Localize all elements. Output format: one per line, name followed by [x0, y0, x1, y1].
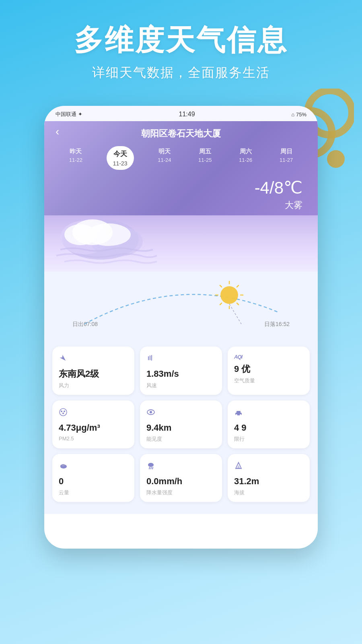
rain-value: 0.0mm/h	[146, 476, 216, 487]
svg-line-39	[152, 467, 153, 469]
hero-section: 多维度天气信息 详细天气数据，全面服务生活	[0, 0, 362, 94]
svg-rect-21	[150, 355, 150, 360]
altitude-icon	[234, 461, 303, 472]
svg-point-35	[62, 464, 65, 466]
time: 11:49	[179, 111, 195, 118]
aqi-label: 空气质量	[234, 377, 303, 384]
back-button[interactable]: ‹	[56, 125, 59, 138]
wind-direction-icon	[59, 354, 128, 365]
svg-rect-30	[237, 411, 241, 413]
day-item-saturday[interactable]: 周六 11-26	[236, 146, 255, 170]
sun-arc-section: 日出07:08 日落16:52	[44, 272, 318, 340]
temperature-display: -4/8℃ 大雾	[56, 178, 306, 215]
pm25-value: 4.73μg/m³	[59, 423, 128, 433]
svg-point-31	[236, 414, 237, 416]
cloud-value: 0	[59, 476, 128, 487]
svg-marker-19	[60, 355, 67, 362]
altitude-value: 31.2m	[234, 476, 303, 487]
location-title: 朝阳区卷石天地大厦	[56, 128, 306, 140]
hero-title: 多维度天气信息	[20, 24, 342, 56]
svg-point-28	[150, 411, 152, 413]
visibility-value: 9.4km	[146, 423, 216, 433]
battery: ⌂ 75%	[292, 111, 306, 118]
svg-point-26	[62, 413, 64, 414]
svg-line-13	[237, 303, 239, 305]
info-grid: 东南风2级 风力 1.83m/s 风速 AQI 9 优 空气质量	[44, 340, 318, 514]
wind-speed-value: 1.83m/s	[146, 369, 216, 379]
svg-point-8	[64, 224, 97, 245]
aqi-icon: AQI	[234, 354, 303, 360]
status-bar: 中国联通 ✦ 11:49 ⌂ 75%	[44, 106, 318, 121]
day-item-today[interactable]: 今天 11-23	[107, 146, 134, 170]
weather-header: ‹ 朝阳区卷石天地大厦 昨天 11-22 今天 11-23 明天 11-24 周…	[44, 121, 318, 215]
sunrise-label: 日出07:08	[72, 321, 98, 328]
day-selector: 昨天 11-22 今天 11-23 明天 11-24 周五 11-25 周六 1…	[56, 146, 306, 170]
fog-area	[44, 215, 318, 272]
pm25-card: 4.73μg/m³ PM2.5	[52, 400, 134, 448]
traffic-icon	[234, 408, 303, 419]
svg-rect-22	[151, 355, 152, 361]
svg-rect-20	[148, 356, 149, 360]
sun-arc-container: 日出07:08 日落16:52	[56, 280, 306, 332]
visibility-icon	[146, 408, 216, 419]
rain-label: 降水量强度	[146, 489, 216, 496]
rain-card: 0.0mm/h 降水量强度	[140, 454, 222, 502]
cloud-card: 0 云量	[52, 454, 134, 502]
day-item-tomorrow[interactable]: 明天 11-24	[154, 146, 174, 170]
carrier: 中国联通 ✦	[56, 111, 82, 118]
svg-line-37	[149, 467, 150, 469]
rain-icon	[146, 461, 216, 472]
pm25-label: PM2.5	[59, 436, 128, 442]
svg-point-23	[60, 409, 67, 416]
wind-direction-label: 风力	[59, 382, 128, 389]
svg-point-24	[61, 411, 62, 412]
visibility-label: 能见度	[146, 436, 216, 443]
traffic-value: 4 9	[234, 423, 303, 433]
aqi-value: 9 优	[234, 364, 303, 374]
pm25-icon	[59, 408, 128, 419]
temperature-value: -4/8℃	[56, 178, 302, 198]
cloud-icon	[52, 215, 157, 268]
svg-line-18	[229, 304, 241, 324]
traffic-card: 4 9 限行	[228, 400, 310, 448]
svg-point-32	[240, 414, 241, 416]
svg-point-36	[148, 463, 154, 467]
cloud-card-icon	[59, 461, 128, 472]
svg-point-2	[327, 150, 345, 168]
day-item-sunday[interactable]: 周日 11-27	[276, 146, 296, 170]
wind-speed-card: 1.83m/s 风速	[140, 347, 222, 394]
svg-line-17	[220, 285, 222, 287]
sunset-label: 日落16:52	[264, 321, 290, 328]
svg-line-11	[237, 285, 239, 287]
svg-line-38	[151, 467, 151, 469]
wind-speed-icon	[146, 354, 216, 365]
phone-frame: 中国联通 ✦ 11:49 ⌂ 75% ‹ 朝阳区卷石天地大厦 昨天 11-22 …	[44, 106, 318, 549]
svg-line-15	[220, 303, 222, 305]
wind-speed-label: 风速	[146, 382, 216, 389]
weather-description: 大雾	[56, 199, 302, 211]
altitude-label: 海拔	[234, 489, 303, 496]
traffic-label: 限行	[234, 436, 303, 443]
day-item-yesterday[interactable]: 昨天 11-22	[66, 146, 86, 170]
wind-direction-card: 东南风2级 风力	[52, 347, 134, 394]
altitude-card: 31.2m 海拔	[228, 454, 310, 502]
visibility-card: 9.4km 能见度	[140, 400, 222, 448]
wind-direction-value: 东南风2级	[59, 369, 128, 379]
aqi-card: AQI 9 优 空气质量	[228, 347, 310, 394]
svg-point-25	[64, 411, 65, 412]
hero-subtitle: 详细天气数据，全面服务生活	[20, 64, 342, 82]
cloud-label: 云量	[59, 489, 128, 496]
svg-point-9	[220, 286, 238, 304]
day-item-friday[interactable]: 周五 11-25	[195, 146, 215, 170]
